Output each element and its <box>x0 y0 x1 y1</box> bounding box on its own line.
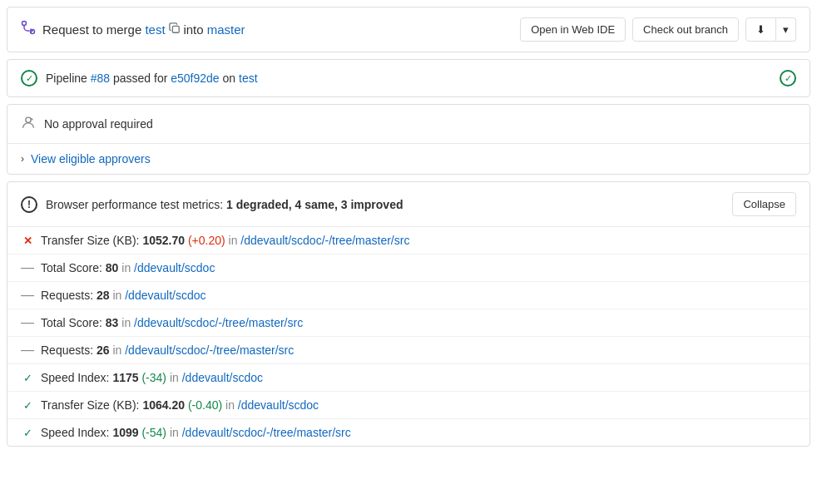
metric-value: 1052.70 <box>142 234 185 247</box>
same-indicator: — <box>21 316 34 329</box>
approval-approvers-row: › View eligible approvers <box>7 144 810 174</box>
merge-request-icon <box>21 20 36 39</box>
mr-header-right: Open in Web IDE Check out branch ⬇ ▾ <box>520 17 796 42</box>
improved-indicator: ✓ <box>21 372 34 384</box>
pipeline-status-icon-right: ✓ <box>780 70 796 86</box>
approval-section: No approval required › View eligible app… <box>7 104 810 175</box>
metric-row: — Requests: 26 in /ddevault/scdoc/-/tree… <box>7 337 810 364</box>
metric-path-link[interactable]: /ddevault/scdoc/-/tree/master/src <box>125 343 294 357</box>
open-in-web-ide-button[interactable]: Open in Web IDE <box>520 17 626 42</box>
same-indicator: — <box>21 289 34 302</box>
mr-header: Request to merge test into master Open i… <box>7 7 810 52</box>
metric-path: in /ddevault/scdoc/-/tree/master/src <box>229 234 410 247</box>
metric-path-link[interactable]: /ddevault/scdoc/-/tree/master/src <box>182 426 351 439</box>
metric-path: in /ddevault/scdoc <box>170 371 263 384</box>
performance-header: ! Browser performance test metrics: 1 de… <box>7 182 810 227</box>
metric-path-link[interactable]: /ddevault/scdoc/-/tree/master/src <box>134 316 303 329</box>
metric-text: Speed Index: 1175 (-34) in /ddevault/scd… <box>41 371 263 384</box>
download-btn-group: ⬇ ▾ <box>745 17 796 42</box>
metric-text: Requests: 26 in /ddevault/scdoc/-/tree/m… <box>41 343 294 357</box>
performance-metrics-list: ✕ Transfer Size (KB): 1052.70 (+0.20) in… <box>7 227 810 446</box>
metric-text: Transfer Size (KB): 1052.70 (+0.20) in /… <box>41 234 409 247</box>
degraded-indicator: ✕ <box>21 235 34 247</box>
approval-header: No approval required <box>7 105 810 143</box>
collapse-button[interactable]: Collapse <box>732 192 796 216</box>
metric-change: (-0.40) <box>185 398 222 412</box>
pipeline-branch-link[interactable]: test <box>239 72 258 85</box>
chevron-right-icon[interactable]: › <box>21 153 24 165</box>
metric-path-link[interactable]: /ddevault/scdoc <box>182 371 263 384</box>
view-approvers-link[interactable]: View eligible approvers <box>31 152 151 166</box>
pipeline-on-text: on <box>223 72 236 85</box>
metric-value: 26 <box>97 343 110 357</box>
metric-value: 28 <box>97 289 110 302</box>
pipeline-mid-text: passed for <box>113 72 167 85</box>
pipeline-status-icon: ✓ <box>21 70 37 86</box>
pipeline-row-left: ✓ Pipeline #88 passed for e50f92de on te… <box>21 70 258 86</box>
metric-path-link[interactable]: /ddevault/scdoc <box>134 261 215 274</box>
metric-row: — Total Score: 83 in /ddevault/scdoc/-/t… <box>7 309 810 337</box>
metric-change: (-34) <box>139 371 166 384</box>
approval-icon <box>21 115 36 133</box>
metric-value: 83 <box>106 316 119 329</box>
svg-rect-2 <box>172 26 179 32</box>
performance-section: ! Browser performance test metrics: 1 de… <box>7 181 810 447</box>
metric-value: 1175 <box>112 371 138 384</box>
metric-value: 80 <box>106 261 119 274</box>
pipeline-row: ✓ Pipeline #88 passed for e50f92de on te… <box>7 60 810 96</box>
performance-title: Browser performance test metrics: 1 degr… <box>46 198 403 211</box>
metric-row: — Total Score: 80 in /ddevault/scdoc <box>7 254 810 282</box>
svg-point-3 <box>26 117 31 122</box>
source-branch-link[interactable]: test <box>145 22 165 37</box>
performance-summary: 1 degraded, 4 same, 3 improved <box>226 198 403 211</box>
download-caret-button[interactable]: ▾ <box>776 17 796 42</box>
metric-text: Transfer Size (KB): 1064.20 (-0.40) in /… <box>41 398 319 412</box>
metric-path: in /ddevault/scdoc <box>121 261 215 274</box>
metric-text: Total Score: 80 in /ddevault/scdoc <box>41 261 215 274</box>
copy-branch-icon[interactable] <box>169 24 184 37</box>
no-approval-text: No approval required <box>44 117 153 131</box>
metric-change: (+0.20) <box>185 234 225 247</box>
metric-row: ✕ Transfer Size (KB): 1052.70 (+0.20) in… <box>7 227 810 254</box>
pipeline-number-link[interactable]: #88 <box>91 72 110 85</box>
improved-indicator: ✓ <box>21 399 34 412</box>
target-branch-link[interactable]: master <box>207 22 245 37</box>
pipeline-section: ✓ Pipeline #88 passed for e50f92de on te… <box>7 59 810 97</box>
metric-row: ✓ Speed Index: 1099 (-54) in /ddevault/s… <box>7 419 810 446</box>
metric-value: 1099 <box>112 426 138 439</box>
improved-indicator: ✓ <box>21 427 34 439</box>
checkout-branch-button[interactable]: Check out branch <box>632 17 739 42</box>
download-button[interactable]: ⬇ <box>745 17 776 42</box>
metric-row: ✓ Speed Index: 1175 (-34) in /ddevault/s… <box>7 364 810 392</box>
mr-title-into: into <box>183 22 203 37</box>
mr-title-prefix: Request to merge <box>42 22 141 37</box>
pipeline-text: Pipeline #88 passed for e50f92de on test <box>46 72 258 85</box>
mr-header-left: Request to merge test into master <box>21 20 245 39</box>
metric-text: Total Score: 83 in /ddevault/scdoc/-/tre… <box>41 316 303 329</box>
warning-icon: ! <box>21 196 37 213</box>
metric-path: in /ddevault/scdoc/-/tree/master/src <box>112 343 294 357</box>
metric-value: 1064.20 <box>142 398 185 412</box>
same-indicator: — <box>21 261 34 274</box>
commit-hash-link[interactable]: e50f92de <box>171 72 219 85</box>
performance-title-text: Browser performance test metrics: <box>46 198 223 211</box>
metric-text: Requests: 28 in /ddevault/scdoc <box>41 289 206 302</box>
caret-down-icon: ▾ <box>783 23 789 36</box>
metric-change: (-54) <box>139 426 166 439</box>
metric-path: in /ddevault/scdoc <box>225 398 319 412</box>
download-icon: ⬇ <box>756 23 765 36</box>
metric-row: ✓ Transfer Size (KB): 1064.20 (-0.40) in… <box>7 392 810 419</box>
same-indicator: — <box>21 343 34 357</box>
metric-path-link[interactable]: /ddevault/scdoc <box>125 289 205 302</box>
metric-text: Speed Index: 1099 (-54) in /ddevault/scd… <box>41 426 351 439</box>
metric-row: — Requests: 28 in /ddevault/scdoc <box>7 282 810 309</box>
performance-header-left: ! Browser performance test metrics: 1 de… <box>21 196 403 213</box>
metric-path-link[interactable]: /ddevault/scdoc/-/tree/master/src <box>240 234 409 247</box>
pipeline-label: Pipeline <box>46 72 87 85</box>
metric-path: in /ddevault/scdoc/-/tree/master/src <box>121 316 303 329</box>
mr-title: Request to merge test into master <box>42 22 245 37</box>
metric-path: in /ddevault/scdoc <box>112 289 205 302</box>
metric-path-link[interactable]: /ddevault/scdoc <box>238 398 319 412</box>
metric-path: in /ddevault/scdoc/-/tree/master/src <box>170 426 351 439</box>
